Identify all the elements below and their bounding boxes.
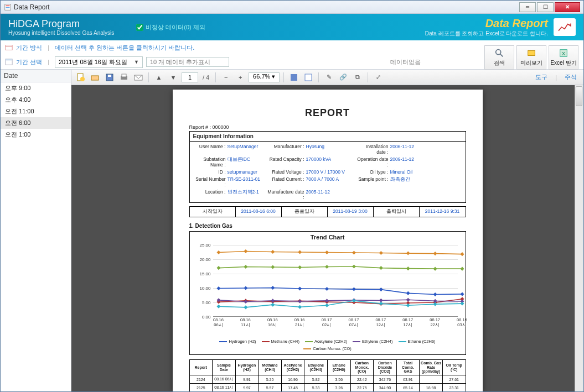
period-select-link[interactable]: 기간 선택 <box>16 58 42 66</box>
svg-rect-21 <box>305 74 312 81</box>
save-icon[interactable] <box>104 71 116 83</box>
date-value: 2011년 08월 16일 화요일 <box>59 58 127 66</box>
legend-item: Carbon Monox. (CO) <box>303 346 352 351</box>
report-heading: REPORT <box>189 107 466 119</box>
search-icon <box>494 48 504 58</box>
sidebar-item[interactable]: 오전 11:00 <box>1 106 71 117</box>
legend-item: Ethylene (C2H4) <box>353 339 392 344</box>
program-subtitle: Hyosung intelligent Dissolved Gas Analys… <box>8 30 114 36</box>
equipment-header: Equipment Information <box>190 132 466 142</box>
mode-icon <box>5 44 13 51</box>
viewer-body[interactable]: REPORT Report # : 000000 Equipment Infor… <box>71 85 583 391</box>
annotation-link[interactable]: 주석 <box>565 73 577 81</box>
edit-icon[interactable]: ✎ <box>323 71 335 83</box>
instruction-text: 데이터 선택 후 원하는 버튼을 클릭하시기 바랍니다. <box>55 44 194 52</box>
excel-button[interactable]: X Excel 받기 <box>549 45 578 70</box>
legend-item: Acetylene (C2H2) <box>305 339 347 344</box>
page-input[interactable] <box>182 72 198 82</box>
svg-line-8 <box>500 54 503 57</box>
export-icon[interactable] <box>288 71 300 83</box>
sidebar-item[interactable]: 오후 9:00 <box>1 82 71 94</box>
exclude-abnormal-checkbox[interactable]: 비정상 데이터(0) 제외 <box>136 23 205 32</box>
exclude-abnormal-input[interactable] <box>136 24 143 31</box>
table-row: 212508.16 11시9.975.5717.455.333.2622.753… <box>189 384 466 391</box>
zoom-in-icon[interactable]: + <box>234 71 246 83</box>
svg-rect-6 <box>6 59 12 61</box>
sidebar-item[interactable]: 오전 1:00 <box>1 129 71 140</box>
viewer-toolbar: ▲ ▼ / 4 − + 66.7% ▾ ✎ 🔗 ⧉ ⤢ 도구 | <box>71 70 583 85</box>
page-down-icon[interactable]: ▼ <box>167 71 179 83</box>
preview-button[interactable]: 미리보기 <box>516 45 546 70</box>
window-title: Data Report <box>14 3 50 11</box>
date-picker[interactable]: 2011년 08월 16일 화요일 ▼ <box>55 56 143 68</box>
banner-desc: Data 레포트를 조회하고 Excel로 다운로드 합니다. <box>425 30 548 38</box>
data-table: ReportSample DateHydrogen(H2)Methane(CH4… <box>189 359 466 391</box>
table-row: 212408.16 06시9.915.2516.965.823.5622.423… <box>189 375 466 384</box>
svg-rect-9 <box>528 51 535 56</box>
chart-title: Trend Chart <box>194 234 461 241</box>
app-banner: HiDGA Program Hyosung intelligent Dissol… <box>1 14 583 40</box>
page-up-icon[interactable]: ▲ <box>153 71 165 83</box>
report-number: Report # : 000000 <box>189 124 466 130</box>
sidebar-item[interactable]: 오전 6:00 <box>1 117 71 129</box>
zoom-select[interactable]: 66.7% ▾ <box>249 72 280 82</box>
svg-rect-18 <box>122 74 126 77</box>
window-titlebar: Data Report ━ ☐ ✕ <box>1 1 583 14</box>
legend-item: Ethane (C2H6) <box>399 339 436 344</box>
sidebar-item[interactable]: 오후 4:00 <box>1 94 71 106</box>
app-icon <box>4 3 12 11</box>
svg-rect-3 <box>6 45 12 50</box>
zoom-out-icon[interactable]: − <box>220 71 232 83</box>
svg-rect-14 <box>91 76 99 80</box>
report-page: REPORT Report # : 000000 Equipment Infor… <box>173 90 483 391</box>
svg-text:X: X <box>562 51 565 56</box>
legend-item: Hydrogen (H2) <box>219 339 256 344</box>
chevron-down-icon: ▼ <box>134 59 139 65</box>
sidebar-header: Date <box>1 70 71 82</box>
section1-title: 1. Detection Gas <box>189 223 466 229</box>
copy-icon[interactable]: ⧉ <box>352 71 364 83</box>
fullscreen-icon[interactable]: ⤢ <box>372 71 384 83</box>
page-total: / 4 <box>203 74 209 81</box>
excel-icon: X <box>559 48 569 58</box>
svg-point-7 <box>496 50 501 55</box>
exclude-abnormal-label: 비정상 데이터(0) 제외 <box>146 23 205 32</box>
maximize-button[interactable]: ☐ <box>537 2 554 12</box>
scrollbar-thumb[interactable] <box>576 86 582 106</box>
banner-title: Data Report <box>425 17 548 30</box>
trend-chart: Trend Chart 0.005.0010.0015.0020.0025.00… <box>189 231 466 355</box>
date-sidebar: Date 오후 9:00오후 4:00오전 11:00오전 6:00오전 1:0… <box>1 70 71 391</box>
open-icon[interactable] <box>89 71 101 83</box>
minimize-button[interactable]: ━ <box>519 2 536 12</box>
svg-rect-1 <box>6 5 10 6</box>
banner-chart-icon <box>554 18 576 36</box>
print-icon[interactable] <box>118 71 130 83</box>
new-doc-icon[interactable] <box>75 71 87 83</box>
mail-icon[interactable] <box>132 71 144 83</box>
svg-rect-16 <box>108 75 111 77</box>
svg-rect-20 <box>291 74 297 81</box>
close-button[interactable]: ✕ <box>555 2 580 12</box>
count-input[interactable] <box>146 57 229 67</box>
tool-link[interactable]: 도구 <box>535 73 547 81</box>
legend-item: Methane (CH4) <box>262 339 299 344</box>
calendar-icon <box>5 58 13 66</box>
vertical-scrollbar[interactable] <box>575 85 583 391</box>
preview-icon <box>526 48 536 58</box>
export2-icon[interactable] <box>302 71 314 83</box>
period-mode-link[interactable]: 기간 방식 <box>16 44 42 52</box>
svg-point-13 <box>80 77 85 81</box>
link-icon[interactable]: 🔗 <box>337 71 349 83</box>
svg-rect-2 <box>6 7 10 8</box>
search-button[interactable]: 검색 <box>484 45 514 70</box>
program-name: HiDGA Program <box>8 18 114 30</box>
